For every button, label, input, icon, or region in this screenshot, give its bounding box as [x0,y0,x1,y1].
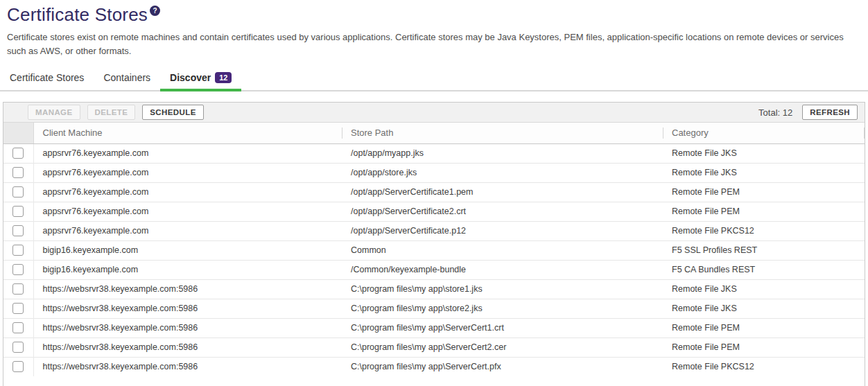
cell-category: Remote File PEM [663,318,865,337]
cell-category: Remote File PEM [663,182,865,202]
cell-client-machine: https://websrvr38.keyexample.com:5986 [33,318,342,337]
table-header-row: Client Machine Store Path Category [3,123,865,143]
row-select-cell [3,299,33,318]
cell-category: F5 CA Bundles REST [663,260,865,279]
cell-category: Remote File JKS [663,299,865,318]
column-header-store-path[interactable]: Store Path [342,123,663,143]
row-select-cell [3,337,33,357]
table-row[interactable]: https://websrvr38.keyexample.com:5986 C:… [3,299,865,318]
total-count: Total: 12 [758,107,792,118]
refresh-button[interactable]: REFRESH [802,105,858,120]
row-checkbox[interactable] [12,206,24,217]
cell-category: Remote File JKS [663,279,865,299]
table-row[interactable]: https://websrvr38.keyexample.com:5986 C:… [3,318,865,337]
cell-category: F5 SSL Profiles REST [663,240,865,260]
cell-category: Remote File PEM [663,202,865,221]
row-checkbox[interactable] [12,225,24,236]
cell-client-machine: bigip16.keyexample.com [33,240,342,260]
cell-client-machine: bigip16.keyexample.com [33,260,342,279]
row-select-cell [3,163,33,182]
delete-button[interactable]: DELETE [87,105,136,120]
manage-button[interactable]: MANAGE [28,105,80,120]
page-header: Certificate Stores ? Certificate stores … [0,0,868,58]
row-checkbox[interactable] [12,303,24,314]
discover-results-table: Client Machine Store Path Category appsr… [3,123,865,376]
cell-category: Remote File PKCS12 [663,357,865,376]
table-row[interactable]: appsrvr76.keyexample.com /opt/app/store.… [3,163,865,182]
cell-category: Remote File PKCS12 [663,221,865,240]
cell-store-path: C:\program files\my app\store1.jks [342,279,663,299]
table-row[interactable]: https://websrvr38.keyexample.com:5986 C:… [3,279,865,299]
row-checkbox[interactable] [12,322,24,333]
tab-label: Containers [103,72,150,83]
cell-client-machine: appsrvr76.keyexample.com [33,221,342,240]
cell-store-path: /opt/app/ServerCertificate.p12 [342,221,663,240]
column-header-client-machine[interactable]: Client Machine [33,123,342,143]
certificate-stores-grid: MANAGE DELETE SCHEDULE Total: 12 REFRESH… [3,102,865,386]
row-checkbox[interactable] [12,167,24,178]
tab-certificate-stores[interactable]: Certificate Stores [0,66,94,90]
cell-category: Remote File JKS [663,163,865,182]
row-checkbox[interactable] [12,186,24,198]
cell-client-machine: https://websrvr38.keyexample.com:5986 [33,279,342,299]
cell-store-path: C:\program files\my app\ServerCert1.crt [342,318,663,337]
cell-client-machine: appsrvr76.keyexample.com [33,202,342,221]
cell-store-path: Common [342,240,663,260]
schedule-button[interactable]: SCHEDULE [142,105,203,120]
cell-store-path: /opt/app/ServerCertificate1.pem [342,182,663,202]
row-checkbox[interactable] [12,245,24,256]
row-select-cell [3,143,33,163]
cell-category: Remote File PEM [663,337,865,357]
row-select-cell [3,279,33,299]
table-row[interactable]: https://websrvr38.keyexample.com:5986 C:… [3,337,865,357]
cell-store-path: C:\program files\my app\ServerCert2.cer [342,337,663,357]
column-header-category[interactable]: Category [663,123,865,143]
table-row[interactable]: bigip16.keyexample.com Common F5 SSL Pro… [3,240,865,260]
tab-containers[interactable]: Containers [94,66,160,90]
row-checkbox[interactable] [12,361,24,372]
row-select-cell [3,202,33,221]
row-select-cell [3,221,33,240]
table-row[interactable]: https://websrvr38.keyexample.com:5986 C:… [3,357,865,376]
row-select-cell [3,240,33,260]
cell-store-path: C:\program files\my app\ServerCert.pfx [342,357,663,376]
table-row[interactable]: appsrvr76.keyexample.com /opt/app/Server… [3,221,865,240]
cell-store-path: /opt/app/myapp.jks [342,143,663,163]
page-title: Certificate Stores [7,4,148,26]
tab-label: Discover [170,72,211,83]
cell-client-machine: https://websrvr38.keyexample.com:5986 [33,337,342,357]
discover-count-badge: 12 [215,72,232,83]
table-row[interactable]: appsrvr76.keyexample.com /opt/app/Server… [3,202,865,221]
cell-category: Remote File JKS [663,143,865,163]
row-checkbox[interactable] [12,264,24,275]
cell-client-machine: appsrvr76.keyexample.com [33,143,342,163]
row-checkbox[interactable] [12,148,24,159]
table-row[interactable]: bigip16.keyexample.com /Common/keyexampl… [3,260,865,279]
cell-store-path: C:\program files\my app\store2.jks [342,299,663,318]
table-row[interactable]: appsrvr76.keyexample.com /opt/app/Server… [3,182,865,202]
grid-footer [3,376,865,386]
cell-store-path: /opt/app/ServerCertificate2.crt [342,202,663,221]
row-checkbox[interactable] [12,283,24,295]
table-body: appsrvr76.keyexample.com /opt/app/myapp.… [3,143,865,376]
cell-client-machine: appsrvr76.keyexample.com [33,182,342,202]
select-column-header [3,123,33,143]
cell-client-machine: https://websrvr38.keyexample.com:5986 [33,299,342,318]
table-row[interactable]: appsrvr76.keyexample.com /opt/app/myapp.… [3,143,865,163]
row-select-cell [3,182,33,202]
tab-discover[interactable]: Discover 12 [160,66,241,90]
row-select-cell [3,357,33,376]
cell-client-machine: https://websrvr38.keyexample.com:5986 [33,357,342,376]
tabs-bar: Certificate Stores Containers Discover 1… [0,66,868,91]
cell-store-path: /Common/keyexample-bundle [342,260,663,279]
tab-label: Certificate Stores [10,72,84,83]
cell-store-path: /opt/app/store.jks [342,163,663,182]
row-select-cell [3,260,33,279]
row-checkbox[interactable] [12,342,24,353]
help-icon[interactable]: ? [150,6,160,16]
row-select-cell [3,318,33,337]
cell-client-machine: appsrvr76.keyexample.com [33,163,342,182]
grid-toolbar: MANAGE DELETE SCHEDULE Total: 12 REFRESH [3,103,865,123]
page-description: Certificate stores exist on remote machi… [7,30,858,58]
